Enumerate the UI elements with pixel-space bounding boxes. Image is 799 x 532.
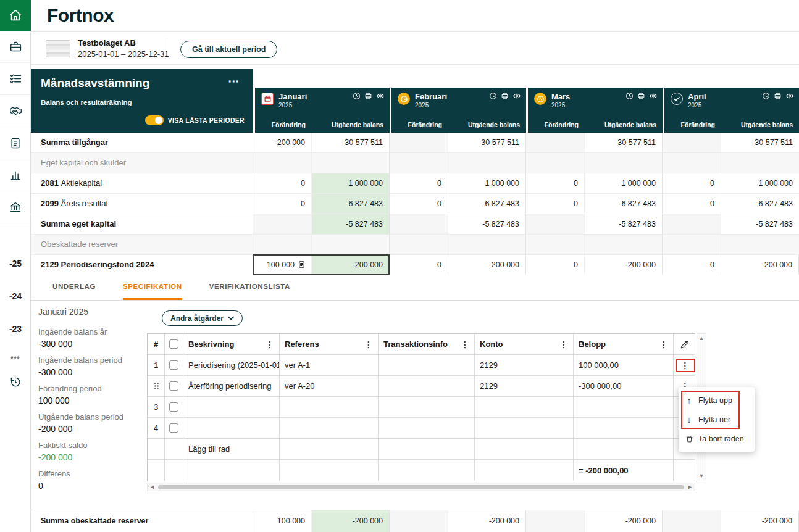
row-kebab-icon[interactable]: ⋮ (680, 361, 691, 370)
sidebar-item-home[interactable] (0, 0, 31, 31)
column-menu-icon[interactable]: ⋮ (459, 340, 471, 349)
sidebar-item-year-23[interactable]: -23 (0, 312, 31, 345)
sidebar-item-reports[interactable] (0, 159, 31, 191)
sidebar-item-year-25[interactable]: -25 (0, 247, 31, 280)
cell-transaktionsinfo[interactable] (379, 355, 475, 375)
cell-transaktionsinfo[interactable] (379, 376, 475, 396)
cell-beskrivning[interactable] (183, 397, 280, 417)
cell-referens[interactable] (280, 418, 379, 438)
cell-belopp[interactable]: -300 000,00 (574, 376, 674, 396)
cell-konto[interactable] (475, 397, 574, 417)
cell-beskrivning[interactable] (183, 418, 280, 438)
cell-belopp[interactable] (574, 397, 674, 417)
cell-bal[interactable]: -6 827 483 (312, 194, 390, 214)
history-icon[interactable] (0, 370, 31, 394)
cell-bal[interactable]: -200 000 (448, 255, 526, 275)
horizontal-scrollbar[interactable]: ◄ ► (147, 483, 695, 491)
column-menu-icon[interactable]: ⋮ (264, 340, 275, 349)
row-checkbox[interactable] (165, 355, 183, 375)
cell-bal[interactable]: -6 827 483 (721, 194, 799, 214)
menu-item-flytta-ner[interactable]: ↓ Flytta ner (679, 410, 755, 429)
cell-chg[interactable]: 0 (663, 255, 721, 275)
cell-belopp[interactable]: 100 000,00 (574, 355, 674, 375)
cell-bal[interactable]: 1 000 000 (312, 173, 390, 193)
select-all-checkbox[interactable] (165, 334, 183, 354)
cell-beskrivning[interactable]: Periodisering (2025-01-01) (183, 355, 280, 375)
column-menu-icon[interactable]: ⋮ (363, 340, 374, 349)
sidebar-item-bank[interactable] (0, 191, 31, 223)
toggle-switch[interactable] (145, 115, 164, 125)
cell-belopp[interactable] (574, 418, 674, 438)
row-checkbox[interactable] (165, 418, 183, 438)
cell-bal[interactable]: -6 827 483 (585, 194, 663, 214)
tab-underlag[interactable]: UNDERLAG (52, 275, 96, 300)
cell-bal[interactable]: 1 000 000 (448, 173, 526, 193)
cell-chg[interactable]: 0 (526, 255, 585, 275)
sidebar-item-register[interactable] (0, 31, 31, 63)
table-row-2081[interactable]: 2081 Aktiekapital 0 1 000 000 0 1 000 00… (31, 173, 799, 194)
eye-icon[interactable] (512, 92, 521, 100)
clock-icon[interactable] (762, 92, 770, 100)
cell-chg[interactable]: 0 (663, 173, 721, 193)
table-row-2099[interactable]: 2099 Årets resultat 0 -6 827 483 0 -6 82… (31, 194, 799, 214)
printer-icon[interactable] (501, 92, 509, 100)
cell-chg[interactable]: 0 (390, 194, 448, 214)
cell-chg[interactable]: 0 (526, 173, 585, 193)
show-locked-periods-toggle[interactable]: VISA LÅSTA PERIODER (145, 115, 245, 125)
column-menu-icon[interactable]: ⋮ (658, 340, 669, 349)
sidebar-item-documents[interactable] (0, 127, 31, 159)
sidebar-item-year-24[interactable]: -24 (0, 280, 31, 312)
clock-icon[interactable] (625, 92, 634, 100)
cell-chg-selected[interactable]: 100 000 (253, 255, 312, 275)
cell-chg[interactable]: 0 (253, 194, 312, 214)
cell-chg[interactable]: 0 (253, 173, 312, 193)
cell-bal[interactable]: -200 000 (585, 255, 663, 275)
scrollbar-thumb[interactable] (158, 485, 684, 489)
more-options-icon[interactable]: ⋯ (228, 74, 241, 88)
cell-transaktionsinfo[interactable] (379, 418, 475, 438)
table-row-2129-selected[interactable]: 2129 Periodiseringsfond 2024 100 000 -20… (31, 255, 799, 275)
printer-icon[interactable] (774, 92, 782, 100)
cell-chg[interactable]: 0 (526, 194, 585, 214)
sidebar-more-button[interactable]: ••• (0, 345, 31, 370)
cell-bal[interactable]: -200 000 (721, 255, 799, 275)
edit-pencil-icon[interactable] (674, 334, 695, 354)
drag-handle-icon[interactable] (148, 376, 165, 396)
scroll-down-icon[interactable]: ▼ (699, 473, 705, 479)
eye-icon[interactable] (649, 92, 658, 100)
cell-konto[interactable] (475, 418, 574, 438)
row-checkbox[interactable] (165, 376, 183, 396)
cell-bal[interactable]: 1 000 000 (585, 173, 663, 193)
scroll-right-icon[interactable]: ► (687, 484, 693, 490)
sidebar-item-reconciliation[interactable] (0, 63, 31, 95)
cell-konto[interactable]: 2129 (475, 376, 574, 396)
cell-referens[interactable] (280, 397, 379, 417)
clock-icon[interactable] (353, 92, 361, 100)
cell-chg[interactable]: 0 (390, 173, 448, 193)
scroll-left-icon[interactable]: ◄ (149, 484, 155, 490)
eye-icon[interactable] (785, 92, 794, 100)
menu-item-flytta-upp[interactable]: ↑ Flytta upp (679, 391, 755, 410)
cell-bal[interactable]: -6 827 483 (448, 194, 526, 214)
cell-chg[interactable]: 0 (663, 194, 721, 214)
row-checkbox[interactable] (165, 397, 183, 417)
cell-konto[interactable]: 2129 (475, 355, 574, 375)
tab-verifikationslista[interactable]: VERIFIKATIONSLISTA (209, 275, 290, 300)
column-menu-icon[interactable]: ⋮ (558, 340, 569, 349)
add-row-button[interactable]: Lägg till rad (183, 439, 280, 459)
other-actions-button[interactable]: Andra åtgärder (162, 310, 243, 326)
eye-icon[interactable] (376, 92, 385, 100)
cell-bal[interactable]: 1 000 000 (721, 173, 799, 193)
cell-beskrivning[interactable]: Återföring periodisering (183, 376, 280, 396)
tab-specifikation[interactable]: SPECIFIKATION (123, 275, 182, 300)
printer-icon[interactable] (364, 92, 372, 100)
cell-transaktionsinfo[interactable] (379, 397, 475, 417)
cell-referens[interactable]: ver A-1 (280, 355, 379, 375)
cell-chg[interactable]: 0 (390, 255, 448, 275)
scroll-up-icon[interactable]: ▲ (699, 336, 705, 341)
cell-bal-selected[interactable]: -200 000 (312, 255, 390, 275)
menu-item-ta-bort-raden[interactable]: Ta bort raden (679, 429, 755, 448)
cell-referens[interactable]: ver A-20 (280, 376, 379, 396)
clock-icon[interactable] (489, 92, 497, 100)
sidebar-item-partners[interactable] (0, 95, 31, 127)
